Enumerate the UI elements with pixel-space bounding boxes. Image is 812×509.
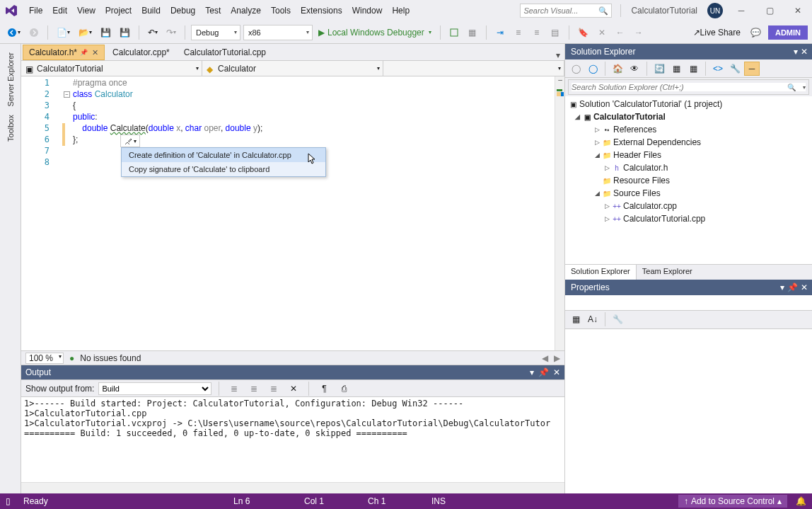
- se-icon-3[interactable]: ▦: [685, 62, 701, 76]
- se-fwd-icon[interactable]: ◯: [585, 62, 601, 76]
- se-back-icon[interactable]: ◯: [568, 62, 584, 76]
- properties-header[interactable]: Properties ▾📌✕: [565, 280, 812, 295]
- open-button[interactable]: 📂▾: [76, 25, 95, 40]
- tree-node[interactable]: ▷hCalculator.h: [565, 161, 812, 174]
- tab-solution-explorer[interactable]: Solution Explorer: [565, 265, 637, 280]
- menu-tools[interactable]: Tools: [266, 3, 296, 18]
- output-panel-header[interactable]: Output ▾ 📌 ✕: [21, 365, 564, 380]
- tree-node[interactable]: ▷++CalculatorTutorial.cpp: [565, 212, 812, 225]
- tree-node[interactable]: 📁Resource Files: [565, 174, 812, 187]
- menu-help[interactable]: Help: [387, 3, 414, 18]
- toolbox-tab[interactable]: Toolbox: [4, 110, 17, 146]
- tb-icon-6[interactable]: ▤: [547, 25, 563, 40]
- prop-menu-icon[interactable]: ▾: [780, 282, 784, 292]
- tb-icon-5[interactable]: ≡: [529, 25, 545, 40]
- panel-close-icon[interactable]: ✕: [553, 367, 560, 377]
- tab-tutorial-cpp[interactable]: CalculatorTutorial.cpp: [178, 45, 272, 60]
- prop-cat-icon[interactable]: ▦: [568, 312, 584, 326]
- menu-analyze[interactable]: Analyze: [226, 3, 266, 18]
- nav-member-combo[interactable]: [383, 61, 564, 76]
- nav-scope-combo[interactable]: ▣CalculatorTutorial: [21, 61, 202, 76]
- output-icon-4[interactable]: ⎙: [336, 381, 352, 396]
- scroll-right-icon[interactable]: ▶: [554, 353, 560, 363]
- properties-grid[interactable]: [565, 329, 812, 494]
- tb-icon-9[interactable]: →: [631, 25, 646, 40]
- close-icon[interactable]: ✕: [92, 48, 98, 57]
- se-collapse-icon[interactable]: ─: [744, 62, 760, 76]
- save-all-button[interactable]: 💾: [117, 25, 133, 40]
- scroll-left-icon[interactable]: ◀: [542, 353, 548, 363]
- feedback-icon[interactable]: 💬: [748, 25, 764, 40]
- nav-type-combo[interactable]: ◆Calculator: [202, 61, 383, 76]
- output-scrollbar[interactable]: [21, 482, 564, 493]
- qa-copy-signature[interactable]: Copy signature of 'Calculate' to clipboa…: [122, 162, 325, 176]
- project-node[interactable]: ◢ ▣ CalculatorTutorial: [565, 110, 812, 123]
- tb-icon-3[interactable]: ⇥: [492, 25, 508, 40]
- tree-node[interactable]: ▷•▪References: [565, 123, 812, 136]
- quick-launch-input[interactable]: [523, 6, 608, 15]
- se-code-icon[interactable]: <>: [710, 62, 726, 76]
- menu-extensions[interactable]: Extensions: [296, 3, 347, 18]
- prop-close-icon[interactable]: ✕: [801, 282, 808, 292]
- quick-action-button[interactable]: [120, 135, 140, 147]
- menu-debug[interactable]: Debug: [166, 3, 200, 18]
- window-minimize[interactable]: ─: [727, 0, 755, 21]
- qa-create-definition[interactable]: Create definition of 'Calculate' in Calc…: [122, 148, 325, 162]
- prop-pin-icon[interactable]: 📌: [787, 282, 798, 292]
- menu-build[interactable]: Build: [137, 3, 166, 18]
- tb-icon-2[interactable]: ▦: [465, 25, 480, 40]
- solution-node[interactable]: ▣ Solution 'CalculatorTutorial' (1 proje…: [565, 98, 812, 110]
- bookmark-icon[interactable]: 🔖: [575, 25, 591, 40]
- se-wrench-icon[interactable]: 🔧: [727, 62, 743, 76]
- code-editor[interactable]: 12345678 #pragma once−class Calculator{p…: [21, 76, 564, 350]
- config-combo[interactable]: Debug: [191, 25, 240, 40]
- user-avatar[interactable]: UN: [707, 3, 723, 18]
- save-button[interactable]: 💾: [98, 25, 114, 40]
- tb-icon-1[interactable]: [446, 25, 462, 40]
- solution-tree[interactable]: ▣ Solution 'CalculatorTutorial' (1 proje…: [565, 96, 812, 264]
- tab-calculator-h[interactable]: Calculator.h* 📌 ✕: [23, 45, 105, 60]
- se-home-icon[interactable]: 🏠: [610, 62, 625, 76]
- output-icon-1[interactable]: ≣: [226, 381, 242, 396]
- tab-overflow-icon[interactable]: ▾: [552, 50, 564, 60]
- add-source-control-button[interactable]: ↑ Add to Source Control ▴: [678, 495, 787, 508]
- panel-pin-icon[interactable]: 📌: [538, 367, 549, 377]
- split-icon[interactable]: ─: [555, 76, 564, 84]
- output-icon-3[interactable]: ≣: [266, 381, 282, 396]
- tab-team-explorer[interactable]: Team Explorer: [637, 265, 698, 280]
- se-menu-icon[interactable]: ▾: [794, 47, 798, 57]
- menu-edit[interactable]: Edit: [47, 3, 72, 18]
- panel-menu-icon[interactable]: ▾: [530, 367, 534, 377]
- se-close-icon[interactable]: ✕: [801, 47, 808, 57]
- notifications-icon[interactable]: 🔔: [796, 496, 806, 506]
- se-search[interactable]: 🔍 ▾: [568, 79, 809, 95]
- undo-button[interactable]: ↶▾: [145, 25, 161, 40]
- se-sync-icon[interactable]: 🔄: [651, 62, 667, 76]
- menu-window[interactable]: Window: [347, 3, 388, 18]
- zoom-combo[interactable]: 100 %: [25, 353, 64, 364]
- menu-test[interactable]: Test: [200, 3, 226, 18]
- tb-icon-8[interactable]: ←: [613, 25, 628, 40]
- tree-node[interactable]: ◢📁Header Files: [565, 149, 812, 161]
- code-body[interactable]: #pragma once−class Calculator{public: do…: [64, 76, 262, 350]
- platform-combo[interactable]: x86: [243, 25, 313, 40]
- tree-node[interactable]: ▷📁External Dependencies: [565, 136, 812, 149]
- prop-az-icon[interactable]: A↓: [585, 312, 601, 326]
- se-search-input[interactable]: [572, 83, 806, 91]
- tb-icon-7[interactable]: ✕: [594, 25, 610, 40]
- chevron-down-icon[interactable]: ▾: [803, 84, 806, 91]
- output-wrap-icon[interactable]: ¶: [316, 381, 332, 396]
- output-text[interactable]: 1>------ Build started: Project: Calcula…: [21, 397, 564, 482]
- tab-calculator-cpp[interactable]: Calculator.cpp*: [106, 45, 176, 60]
- server-explorer-tab[interactable]: Server Explorer: [4, 48, 17, 110]
- start-debug-button[interactable]: Local Windows Debugger▾: [315, 25, 434, 40]
- menu-file[interactable]: File: [24, 3, 47, 18]
- quick-launch-search[interactable]: 🔍: [520, 4, 612, 18]
- live-share-button[interactable]: ↗ Live Share: [690, 25, 743, 40]
- overview-ruler[interactable]: ─: [555, 76, 564, 350]
- nav-fwd-button[interactable]: [26, 25, 42, 40]
- se-icon-2[interactable]: ▦: [668, 62, 684, 76]
- new-project-button[interactable]: 📄▾: [54, 25, 73, 40]
- window-close[interactable]: ✕: [784, 0, 812, 21]
- tree-node[interactable]: ▷++Calculator.cpp: [565, 200, 812, 212]
